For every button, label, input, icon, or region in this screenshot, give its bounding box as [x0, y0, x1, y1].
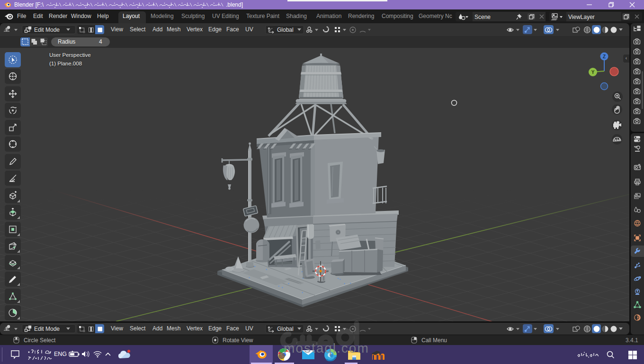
svg-text:Z: Z: [603, 54, 606, 59]
svg-text:Blender [F:\: Blender [F:\: [14, 1, 44, 8]
svg-text:Y: Y: [591, 70, 595, 75]
svg-text:.blend]: .blend]: [226, 1, 243, 8]
svg-text:mostaql.com: mostaql.com: [284, 341, 369, 355]
